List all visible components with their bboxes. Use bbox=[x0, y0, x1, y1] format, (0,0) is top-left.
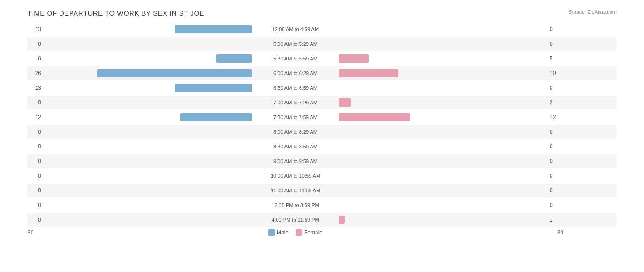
left-section: 26 bbox=[27, 66, 252, 80]
male-bar-container bbox=[43, 157, 252, 165]
right-section: 0 bbox=[339, 198, 563, 212]
male-bar-container bbox=[43, 128, 252, 136]
male-bar-container bbox=[43, 186, 252, 195]
male-bar bbox=[97, 69, 252, 77]
chart-area: 13 12:00 AM to 4:59 AM 0 0 5:00 AM to 5:… bbox=[27, 22, 617, 227]
male-bar bbox=[180, 113, 252, 121]
bar-row: 12 7:30 AM to 7:59 AM 12 bbox=[27, 110, 617, 124]
right-section: 0 bbox=[339, 125, 563, 139]
left-section: 0 bbox=[27, 154, 252, 168]
left-section: 0 bbox=[27, 184, 252, 197]
time-label: 6:00 AM to 6:29 AM bbox=[252, 71, 339, 76]
male-bar bbox=[216, 54, 252, 63]
male-bar-container bbox=[43, 69, 252, 77]
legend-male-label: Male bbox=[277, 229, 289, 236]
left-section: 0 bbox=[27, 198, 252, 212]
left-section: 0 bbox=[27, 140, 252, 153]
female-bar-container bbox=[339, 98, 548, 107]
male-value: 0 bbox=[27, 217, 41, 223]
female-bar-container bbox=[339, 142, 548, 151]
female-value: 2 bbox=[550, 99, 563, 106]
female-value: 0 bbox=[550, 202, 563, 208]
time-label: 12:00 AM to 4:59 AM bbox=[252, 27, 339, 32]
legend-female-box bbox=[296, 229, 302, 236]
female-bar-container bbox=[339, 69, 548, 77]
left-section: 13 bbox=[27, 81, 252, 95]
right-section: 1 bbox=[339, 213, 563, 227]
right-section: 10 bbox=[339, 66, 563, 80]
axis-right-value: 30 bbox=[557, 229, 563, 236]
legend-female: Female bbox=[296, 229, 322, 236]
time-label: 8:30 AM to 8:59 AM bbox=[252, 144, 339, 149]
male-value: 0 bbox=[27, 41, 41, 47]
right-section: 0 bbox=[339, 140, 563, 153]
right-section: 2 bbox=[339, 96, 563, 109]
female-bar-container bbox=[339, 201, 548, 209]
bar-row: 0 10:00 AM to 10:59 AM 0 bbox=[27, 169, 617, 183]
male-value: 0 bbox=[27, 143, 41, 150]
time-label: 7:00 AM to 7:29 AM bbox=[252, 100, 339, 105]
female-value: 0 bbox=[550, 173, 563, 179]
left-section: 0 bbox=[27, 96, 252, 109]
time-label: 12:00 PM to 3:59 PM bbox=[252, 202, 339, 208]
axis-right: 30 bbox=[339, 229, 563, 236]
male-bar-container bbox=[43, 84, 252, 92]
male-value: 12 bbox=[27, 114, 41, 120]
left-section: 13 bbox=[27, 22, 252, 36]
male-value: 0 bbox=[27, 129, 41, 135]
female-bar-container bbox=[339, 216, 548, 224]
time-label: 7:30 AM to 7:59 AM bbox=[252, 114, 339, 120]
bar-row: 0 8:00 AM to 8:29 AM 0 bbox=[27, 125, 617, 139]
male-value: 13 bbox=[27, 26, 41, 33]
female-bar bbox=[339, 113, 410, 121]
female-bar-container bbox=[339, 40, 548, 48]
female-value: 0 bbox=[550, 187, 563, 194]
time-label: 5:00 AM to 5:29 AM bbox=[252, 41, 339, 47]
legend-female-label: Female bbox=[304, 229, 322, 236]
left-section: 0 bbox=[27, 37, 252, 51]
male-bar-container bbox=[43, 142, 252, 151]
male-value: 0 bbox=[27, 202, 41, 208]
bar-row: 26 6:00 AM to 6:29 AM 10 bbox=[27, 66, 617, 80]
time-label: 8:00 AM to 8:29 AM bbox=[252, 129, 339, 135]
female-value: 5 bbox=[550, 55, 563, 62]
female-value: 10 bbox=[550, 70, 563, 76]
time-label: 11:00 AM to 11:59 AM bbox=[252, 188, 339, 193]
axis-left: 30 bbox=[27, 229, 252, 236]
female-bar-container bbox=[339, 186, 548, 195]
bar-row: 0 8:30 AM to 8:59 AM 0 bbox=[27, 140, 617, 153]
female-bar-container bbox=[339, 54, 548, 63]
time-label: 6:30 AM to 6:59 AM bbox=[252, 85, 339, 91]
bar-row: 0 4:00 PM to 11:59 PM 1 bbox=[27, 213, 617, 227]
male-value: 0 bbox=[27, 158, 41, 164]
right-section: 0 bbox=[339, 154, 563, 168]
female-bar-container bbox=[339, 128, 548, 136]
time-label: 9:00 AM to 9:59 AM bbox=[252, 158, 339, 164]
right-section: 0 bbox=[339, 81, 563, 95]
female-bar-container bbox=[339, 113, 548, 121]
male-value: 0 bbox=[27, 173, 41, 179]
legend: Male Female bbox=[252, 229, 339, 236]
left-section: 12 bbox=[27, 110, 252, 124]
female-value: 0 bbox=[550, 143, 563, 150]
male-bar-container bbox=[43, 25, 252, 33]
right-section: 0 bbox=[339, 184, 563, 197]
female-value: 12 bbox=[550, 114, 563, 120]
female-value: 0 bbox=[550, 129, 563, 135]
male-bar-container bbox=[43, 201, 252, 209]
male-bar bbox=[175, 84, 252, 92]
bar-row: 0 9:00 AM to 9:59 AM 0 bbox=[27, 154, 617, 168]
bar-row: 6 5:30 AM to 5:59 AM 5 bbox=[27, 52, 617, 65]
legend-male-box bbox=[268, 229, 275, 236]
female-value: 0 bbox=[550, 26, 563, 33]
legend-male: Male bbox=[268, 229, 289, 236]
male-bar-container bbox=[43, 216, 252, 224]
female-bar-container bbox=[339, 172, 548, 180]
left-section: 0 bbox=[27, 213, 252, 227]
left-section: 0 bbox=[27, 169, 252, 183]
female-bar-container bbox=[339, 157, 548, 165]
male-bar-container bbox=[43, 54, 252, 63]
male-value: 26 bbox=[27, 70, 41, 76]
chart-container: TIME OF DEPARTURE TO WORK BY SEX IN ST J… bbox=[0, 0, 644, 272]
time-label: 4:00 PM to 11:59 PM bbox=[252, 217, 339, 223]
